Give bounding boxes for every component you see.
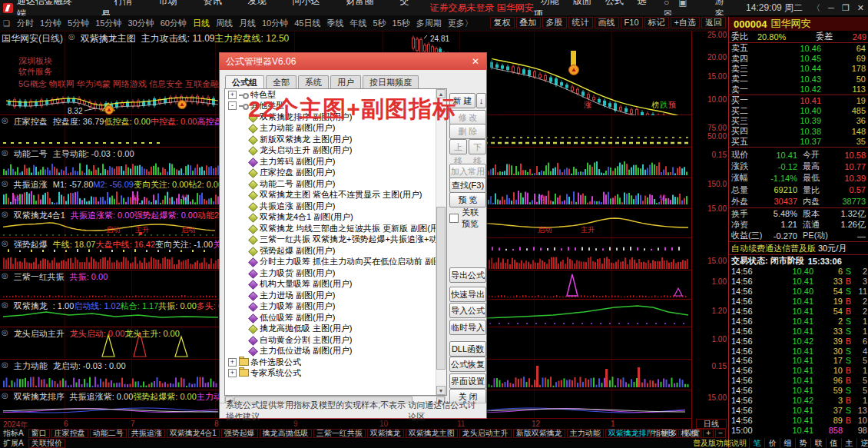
vertical-scrollbar[interactable]: ▲ ▼ (436, 89, 446, 395)
indicator-tab[interactable]: 双紫擒龙 (367, 429, 404, 438)
quote-tab[interactable]: 逆 (856, 438, 868, 448)
panel-name[interactable]: 共振追涨 (14, 179, 48, 191)
tree-item[interactable]: 主力低位进场 副图(用户) (225, 346, 446, 357)
dialog-button[interactable]: 查找(F3) (449, 178, 486, 193)
period-item[interactable]: 多周期 (413, 18, 445, 28)
period-item[interactable]: 5分钟 (65, 18, 92, 28)
panel-name[interactable]: 动能二号 (14, 148, 48, 160)
scroll-down-icon[interactable]: ▼ (436, 386, 446, 395)
tool-button[interactable]: 返回 (701, 17, 726, 28)
tree-item[interactable]: 自动黄金分割 主图(用户) (225, 334, 446, 346)
menu-item[interactable]: 财富圈 (333, 0, 387, 6)
tree-item[interactable]: 分时主力吸筹 抓住主力动向买在低位启动前 副图(用户) (225, 257, 446, 268)
quote-tab[interactable]: 价 (764, 438, 780, 448)
indicator-tab[interactable]: + (703, 429, 714, 438)
indicator-tab[interactable]: 动能二号 (90, 429, 127, 438)
dialog-button[interactable]: 上移 (449, 139, 467, 154)
scrollbar-thumb[interactable] (436, 207, 446, 370)
extension-tab[interactable]: 关联报价 (28, 439, 65, 448)
menu-item[interactable]: 公式 (598, 0, 631, 6)
tree-item[interactable]: 三紫一红共振 双紫擒龙+强势起爆+共振追涨+动能二 (225, 234, 446, 246)
period-item[interactable]: 30分钟 (124, 18, 157, 28)
tree-item[interactable]: 主力筹码 副图(用户) (225, 156, 446, 168)
tree-item[interactable]: 新版双紫擒龙 主图(用户) (225, 134, 446, 145)
menu-item[interactable]: 发现 (235, 0, 280, 6)
indicator-tab[interactable]: 双紫擒龙4合1 (167, 429, 220, 438)
menu-item[interactable]: 资讯 (190, 0, 235, 6)
tree-item[interactable]: 双紫擒龙 均线三部曲之短波共振 更新版 副图(用户) (225, 223, 446, 234)
period-item[interactable]: 45日线 (291, 18, 323, 28)
panel-name[interactable]: 主力动能 (14, 360, 48, 372)
period-item[interactable]: 年线 (346, 18, 369, 28)
collapse-icon[interactable]: ◎ (2, 179, 8, 191)
layout-icon[interactable]: ❏ (3, 19, 10, 28)
collapse-icon[interactable]: ◎ (68, 32, 75, 45)
window-control-icon[interactable]: ❐ (838, 3, 853, 12)
menu-item[interactable]: 问小达 (280, 0, 333, 6)
dialog-button[interactable]: ↓ (476, 93, 486, 108)
period-item[interactable]: 月线 (236, 18, 259, 28)
quote-tab[interactable]: 值 (826, 438, 841, 448)
tree-item[interactable]: 共振追涨 副图(用户) (225, 201, 446, 212)
dialog-button[interactable]: DLL函数 (449, 341, 486, 357)
dialog-titlebar[interactable]: 公式管理器V6.06 ✕ (220, 53, 486, 70)
tool-button[interactable]: 标记 (644, 17, 669, 28)
subscription-banner[interactable]: 自动续费通达信普及版 30元/月 (729, 241, 868, 255)
period-item[interactable]: 60分钟 (157, 18, 190, 28)
indicator-tab[interactable]: 指标A (0, 429, 27, 438)
indicator-name[interactable]: 双紫擒龙主图 (81, 32, 136, 45)
tool-button[interactable]: 画线 (595, 17, 619, 28)
indicator-tab[interactable]: 窗口 (28, 429, 50, 438)
dialog-button[interactable]: 公式恢复 (449, 357, 486, 372)
expander-icon[interactable]: + (228, 91, 237, 99)
tree-item[interactable]: 主力吸筹 副图(用户) (225, 301, 446, 313)
extension-tab[interactable]: 扩展A (0, 439, 27, 448)
indicator-tab[interactable]: 擒龙高抛低吸 (260, 429, 312, 438)
expander-icon[interactable]: + (228, 369, 237, 377)
panel-name[interactable]: 强势起爆 (14, 239, 48, 251)
collapse-icon[interactable]: ◎ (2, 116, 8, 128)
indicator-tab[interactable]: 三紫一红共振 (313, 429, 366, 438)
sector-tag[interactable]: 软件服务 (18, 66, 52, 78)
forum-link[interactable]: 访问通达信公式讨论区 (408, 400, 480, 423)
tick-list[interactable]: 14:56 10.40 6 S 2 14:56 10.41 33 B 3 14:… (729, 267, 868, 435)
toolbar-icon[interactable]: ▣ (674, 0, 691, 8)
period-button[interactable]: 日线 (696, 419, 727, 429)
tree-item[interactable]: 动能二号 副图(用户) (225, 178, 446, 190)
dialog-button[interactable]: 导入公式 (449, 303, 486, 318)
panel-name[interactable]: 龙头启动主升 (14, 328, 65, 340)
dialog-button[interactable]: 预 览 (449, 192, 486, 207)
close-icon[interactable]: ✕ (465, 56, 486, 67)
quote-tab[interactable]: 联 (810, 438, 826, 448)
tool-button[interactable]: 叠加 (516, 17, 541, 28)
collapse-icon[interactable]: ◎ (2, 210, 8, 221)
menu-item[interactable]: 版面 (566, 0, 598, 6)
period-item[interactable]: 1分钟 (37, 18, 65, 28)
period-item[interactable]: 日线 (190, 18, 213, 28)
collapse-icon[interactable]: ◎ (2, 271, 8, 283)
window-control-icon[interactable]: 〈 (808, 3, 824, 12)
collapse-icon[interactable]: ◎ (2, 300, 8, 312)
menu-item[interactable]: 行情 (101, 0, 146, 6)
period-item[interactable]: 15分钟 (92, 18, 124, 28)
window-control-icon[interactable]: ✕ (853, 3, 868, 12)
quote-tab[interactable]: 笔 (749, 438, 764, 448)
panel-name[interactable]: 双紫擒龙排序 (14, 391, 65, 403)
dialog-button[interactable]: 删 除 (449, 124, 486, 139)
quote-tab[interactable]: 细 (780, 438, 795, 448)
panel-name[interactable]: 双紫擒龙 (14, 300, 48, 312)
collapse-icon[interactable]: ◎ (2, 148, 8, 160)
period-item[interactable]: 分时 (14, 18, 37, 28)
collapse-icon[interactable]: ◎ (2, 391, 8, 403)
quote-tab[interactable]: 势 (795, 438, 810, 448)
tree-item[interactable]: 双紫擒龙4合1 副图(用户) (225, 212, 446, 224)
dialog-button[interactable]: 下移 (469, 139, 486, 154)
tool-button[interactable]: 统计 (568, 17, 593, 28)
edition-note[interactable]: 普及版功能说明 (693, 438, 747, 448)
panel-name[interactable]: 三紫一红共振 (14, 271, 65, 283)
dialog-button[interactable]: 快速导出 (449, 287, 486, 302)
checkbox-icon[interactable] (449, 214, 459, 223)
collapse-icon[interactable]: ◎ (2, 360, 8, 372)
preview-checkbox[interactable]: 关联预览 (449, 207, 486, 230)
indicator-tab[interactable]: 指标B (650, 429, 677, 438)
